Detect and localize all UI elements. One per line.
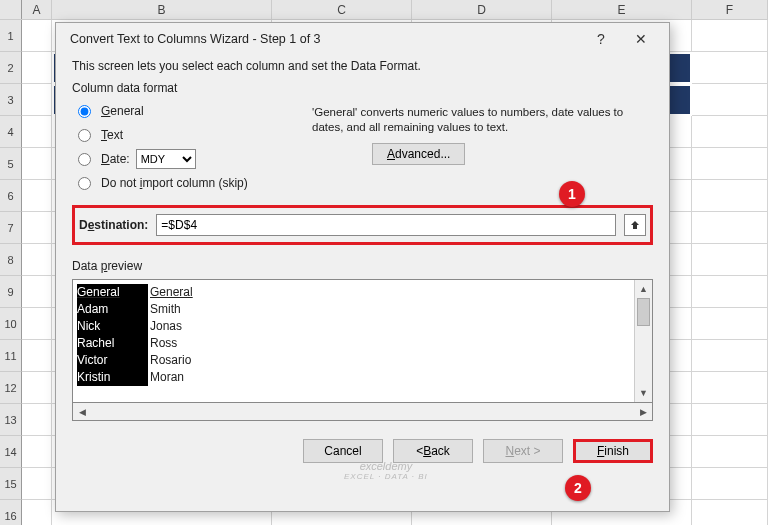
row-header[interactable]: 11 [0,340,22,372]
radio-skip-input[interactable] [78,177,91,190]
scroll-thumb[interactable] [637,298,650,326]
scroll-up-icon[interactable]: ▲ [635,280,652,298]
row-header[interactable]: 2 [0,52,22,84]
preview-vscroll[interactable]: ▲ ▼ [634,280,652,402]
destination-input[interactable] [156,214,616,236]
row-header[interactable]: 12 [0,372,22,404]
range-picker-button[interactable] [624,214,646,236]
radio-text[interactable]: Text [72,123,302,147]
preview-cell: Moran [147,369,227,386]
collapse-dialog-icon [629,219,641,231]
preview-cell: Kristin [77,369,147,386]
row-header[interactable]: 10 [0,308,22,340]
row-header[interactable]: 16 [0,500,22,525]
dialog-title: Convert Text to Columns Wizard - Step 1 … [70,32,581,46]
radio-date-input[interactable] [78,153,91,166]
back-button[interactable]: < Back [393,439,473,463]
help-button[interactable]: ? [581,25,621,53]
advanced-button[interactable]: Advanced... [372,143,465,165]
preview-cell: Smith [147,301,227,318]
radio-general-input[interactable] [78,105,91,118]
preview-cell: Ross [147,335,227,352]
radio-general[interactable]: General [72,99,302,123]
row-header[interactable]: 7 [0,212,22,244]
cancel-button[interactable]: Cancel [303,439,383,463]
preview-cell: Adam [77,301,147,318]
col-header-a[interactable]: A [22,0,52,19]
column-data-format-label: Column data format [72,81,653,95]
col-header-d[interactable]: D [412,0,552,19]
date-format-select[interactable]: MDY [136,149,196,169]
title-bar[interactable]: Convert Text to Columns Wizard - Step 1 … [56,23,669,55]
preview-cell: Jonas [147,318,227,335]
row-header[interactable]: 6 [0,180,22,212]
row-header[interactable]: 14 [0,436,22,468]
text-to-columns-dialog: Convert Text to Columns Wizard - Step 1 … [55,22,670,512]
format-hint: 'General' converts numeric values to num… [312,105,653,135]
col-header-b[interactable]: B [52,0,272,19]
radio-skip[interactable]: Do not import column (skip) [72,171,302,195]
next-button: Next > [483,439,563,463]
preview-col-header[interactable]: General [77,284,147,301]
preview-col-header[interactable]: General [147,284,227,301]
intro-text: This screen lets you select each column … [72,59,653,73]
row-header[interactable]: 15 [0,468,22,500]
column-headers: A B C D E F [0,0,768,20]
destination-row: Destination: [72,205,653,245]
row-header[interactable]: 4 [0,116,22,148]
close-button[interactable]: ✕ [621,25,661,53]
preview-hscroll[interactable]: ◀ ▶ [72,403,653,421]
data-preview: General General AdamSmith NickJonas Rach… [72,279,653,403]
scroll-right-icon[interactable]: ▶ [634,403,652,420]
row-header[interactable]: 5 [0,148,22,180]
scroll-left-icon[interactable]: ◀ [73,403,91,420]
row-header[interactable]: 13 [0,404,22,436]
row-header[interactable]: 1 [0,20,22,52]
preview-cell: Nick [77,318,147,335]
col-header-e[interactable]: E [552,0,692,19]
select-all-cell[interactable] [0,0,22,19]
data-preview-label: Data preview [72,259,653,273]
annotation-badge-2: 2 [565,475,591,501]
col-header-f[interactable]: F [692,0,768,19]
preview-cell: Rachel [77,335,147,352]
col-header-c[interactable]: C [272,0,412,19]
scroll-down-icon[interactable]: ▼ [635,384,652,402]
row-header[interactable]: 3 [0,84,22,116]
annotation-badge-1: 1 [559,181,585,207]
finish-button[interactable]: Finish [573,439,653,463]
preview-cell: Rosario [147,352,227,369]
radio-date[interactable]: Date: MDY [72,147,302,171]
row-header[interactable]: 9 [0,276,22,308]
row-header[interactable]: 8 [0,244,22,276]
destination-label: Destination: [79,218,148,232]
radio-text-input[interactable] [78,129,91,142]
preview-cell: Victor [77,352,147,369]
